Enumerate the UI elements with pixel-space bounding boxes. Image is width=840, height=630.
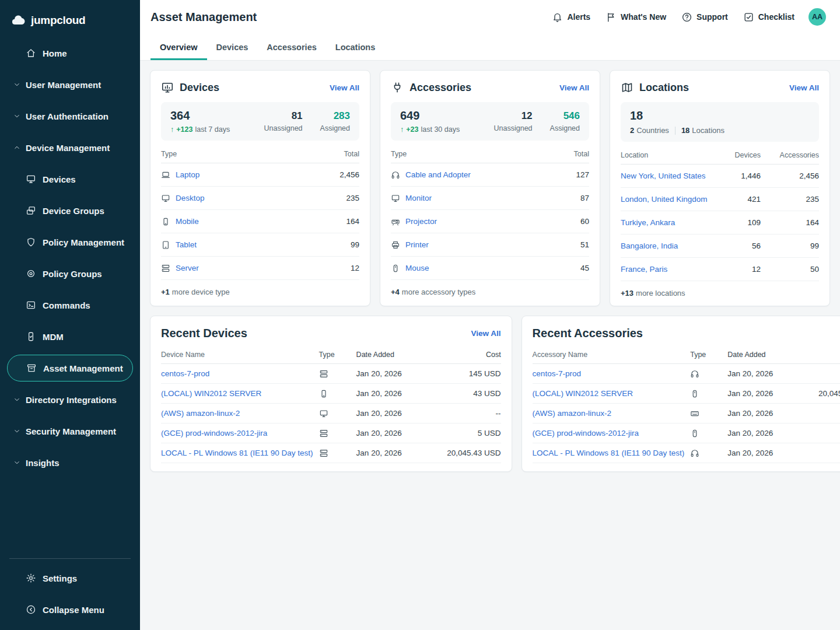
accessories-view-all-link[interactable]: View All <box>559 83 589 92</box>
more-text: more device type <box>172 288 230 296</box>
type-label: Projector <box>405 217 437 226</box>
type-label: Server <box>176 264 199 272</box>
device-name-link[interactable]: centos-7-prod <box>161 369 319 378</box>
column-date-added: Date Added <box>356 351 426 359</box>
sidebar-item-insights[interactable]: Insights <box>7 447 133 478</box>
tab-accessories[interactable]: Accessories <box>257 34 326 60</box>
devices-assigned-value: 283 <box>320 110 350 122</box>
sidebar-item-policy-management[interactable]: Policy Management <box>7 226 133 258</box>
devices-assigned-stat: 283 Assigned <box>320 110 350 132</box>
location-devices-count: 109 <box>713 218 761 227</box>
accessories-assigned-value: 546 <box>550 110 580 122</box>
column-accessories: Accessories <box>761 151 819 159</box>
cable-and-adapter-link[interactable]: Cable and Adopter <box>391 170 576 180</box>
location-accessories-count: 2,456 <box>761 172 819 180</box>
type-total: 12 <box>351 264 359 272</box>
accessories-table-header: Type Total <box>391 141 589 163</box>
tab-overview[interactable]: Overview <box>150 34 207 60</box>
accessory-name-link[interactable]: (AWS) amazon-linux-2 <box>533 409 691 418</box>
whats-new-button[interactable]: What's New <box>606 12 666 23</box>
location-label: France, Paris <box>621 265 667 274</box>
vertical-divider <box>675 127 676 135</box>
sidebar-item-mdm[interactable]: MDM <box>7 321 133 352</box>
accessories-delta-line: ↑ +23 last 30 days <box>400 125 460 134</box>
server-icon <box>161 264 170 273</box>
sidebar-item-user-authentication[interactable]: User Authentication <box>7 100 133 132</box>
sidebar-item-collapse-menu[interactable]: Collapse Menu <box>7 594 133 625</box>
date-added: Jan 20, 2026 <box>356 389 426 398</box>
accessory-name-link[interactable]: (GCE) prod-windows-2012-jira <box>533 429 691 438</box>
tab-locations[interactable]: Locations <box>326 34 384 60</box>
device-name-link[interactable]: (LOCAL) WIN2012 SERVER <box>161 389 319 398</box>
more-accessory-types: +4more accessory types <box>391 280 589 296</box>
recent-devices-title: Recent Devices <box>161 327 247 340</box>
sidebar-item-commands[interactable]: Commands <box>7 289 133 321</box>
accessory-name-link[interactable]: centos-7-prod <box>533 369 691 378</box>
date-added: Jan 20, 2026 <box>727 429 797 438</box>
accessories-assigned-label: Assigned <box>550 124 580 132</box>
location-link[interactable]: Turkiye, Ankara <box>621 218 713 227</box>
server-link[interactable]: Server <box>161 264 351 273</box>
accessories-summary-panel: 649 ↑ +23 last 30 days 12 Unassigned <box>391 102 589 141</box>
column-total: Total <box>574 150 589 158</box>
location-link[interactable]: New York, United States <box>621 172 713 180</box>
checklist-button[interactable]: Checklist <box>743 12 794 23</box>
type-total: 45 <box>580 264 589 272</box>
policy-management-icon <box>26 237 36 247</box>
sidebar-item-user-management[interactable]: User Management <box>7 69 133 100</box>
tab-devices[interactable]: Devices <box>207 34 258 60</box>
chevron-down-icon <box>13 112 21 120</box>
column-total: Total <box>344 150 359 158</box>
sidebar-item-security-management[interactable]: Security Management <box>7 415 133 447</box>
location-link[interactable]: London, United Kingdom <box>621 195 713 204</box>
mouse-link[interactable]: Mouse <box>391 264 580 273</box>
sidebar-item-directory-integrations[interactable]: Directory Integrations <box>7 384 133 415</box>
laptop-link[interactable]: Laptop <box>161 170 340 180</box>
desktop-link[interactable]: Desktop <box>161 194 346 203</box>
sidebar-item-devices[interactable]: Devices <box>7 163 133 195</box>
mobile-link[interactable]: Mobile <box>161 217 346 226</box>
location-link[interactable]: France, Paris <box>621 265 713 274</box>
jumpcloud-logo[interactable]: jumpcloud <box>0 0 140 36</box>
device-name-link[interactable]: LOCAL - PL Windows 81 (IE11 90 Day test) <box>161 449 319 457</box>
content: Devices View All 364 ↑ +123 last 7 days <box>140 61 840 630</box>
table-row: (AWS) amazon-linux-2 Jan 20, 2026 -- <box>161 404 501 424</box>
type-label: Tablet <box>176 240 197 249</box>
accessory-name-link[interactable]: LOCAL - PL Windows 81 (IE11 90 Day test) <box>533 449 691 457</box>
device-name-link[interactable]: (GCE) prod-windows-2012-jira <box>161 429 319 438</box>
table-row: (GCE) prod-windows-2012-jira Jan 20, 202… <box>161 424 501 443</box>
type-total: 2,456 <box>340 170 359 179</box>
recent-devices-view-all-link[interactable]: View All <box>471 329 501 338</box>
monitor-link[interactable]: Monitor <box>391 194 580 203</box>
app: jumpcloud Home User Management User Auth… <box>0 0 840 630</box>
sidebar-item-asset-management[interactable]: Asset Management <box>7 355 133 382</box>
alerts-button[interactable]: Alerts <box>552 12 590 23</box>
sidebar-item-device-management[interactable]: Device Management <box>7 132 133 163</box>
table-row: New York, United States 1,446 2,456 <box>621 164 819 188</box>
tablet-link[interactable]: Tablet <box>161 240 351 250</box>
accessory-name-link[interactable]: (LOCAL) WIN2012 SERVER <box>533 389 691 398</box>
table-row: Mouse 45 <box>391 257 589 280</box>
locations-view-all-link[interactable]: View All <box>789 83 819 92</box>
device-name-link[interactable]: (AWS) amazon-linux-2 <box>161 409 319 418</box>
commands-icon <box>26 300 36 310</box>
sidebar-item-settings[interactable]: Settings <box>7 562 133 594</box>
avatar[interactable]: AA <box>808 8 826 26</box>
printer-link[interactable]: Printer <box>391 240 580 250</box>
policy-groups-icon <box>26 268 36 279</box>
location-devices-count: 12 <box>713 265 761 274</box>
main-area: Asset Management Alerts What's New Suppo… <box>140 0 840 630</box>
support-button[interactable]: Support <box>681 12 728 23</box>
devices-card-icon <box>161 81 174 94</box>
recent-accessories-table-header: Accessory Name Type Date Added Cost <box>533 340 840 364</box>
table-row: Cable and Adopter 127 <box>391 163 589 187</box>
recent-accessories-title: Recent Accessories <box>533 327 643 340</box>
table-row: (LOCAL) WIN2012 SERVER Jan 20, 2026 43 U… <box>161 384 501 404</box>
keyboard-icon <box>690 409 699 418</box>
devices-view-all-link[interactable]: View All <box>330 83 359 92</box>
projector-link[interactable]: Projector <box>391 217 580 226</box>
sidebar-item-device-groups[interactable]: Device Groups <box>7 195 133 226</box>
sidebar-item-policy-groups[interactable]: Policy Groups <box>7 258 133 289</box>
sidebar-item-home[interactable]: Home <box>7 37 133 69</box>
location-link[interactable]: Bangalore, India <box>621 242 713 250</box>
